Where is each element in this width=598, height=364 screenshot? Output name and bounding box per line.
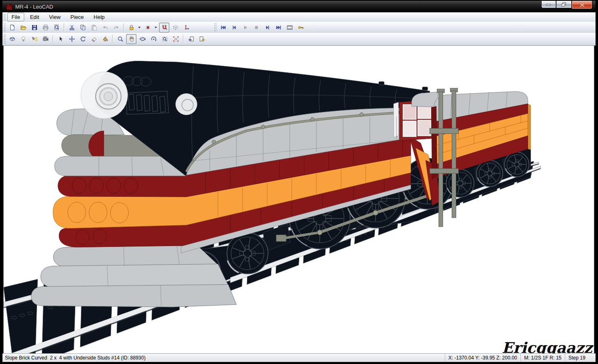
delete-icon bbox=[91, 36, 97, 42]
rotate-view-button[interactable] bbox=[137, 34, 148, 44]
camera-icon bbox=[42, 36, 49, 42]
next-step-button[interactable] bbox=[262, 23, 272, 32]
paint-button[interactable] bbox=[100, 34, 110, 44]
minimize-button[interactable] bbox=[541, 1, 556, 8]
first-step-icon bbox=[220, 24, 226, 31]
animation-icon bbox=[286, 24, 293, 31]
print-button[interactable] bbox=[40, 23, 51, 32]
camera-button[interactable] bbox=[40, 34, 51, 44]
page-next-icon bbox=[199, 36, 205, 42]
redo-button bbox=[111, 23, 121, 32]
cut-button[interactable] bbox=[67, 23, 77, 32]
lock-button[interactable] bbox=[126, 23, 136, 32]
status-step: Step 19 bbox=[565, 354, 596, 362]
move-snap-button[interactable] bbox=[181, 23, 192, 32]
last-step-icon bbox=[275, 24, 282, 31]
snap-dropdown[interactable] bbox=[153, 23, 158, 32]
rotate-view-icon bbox=[139, 36, 146, 42]
light-button[interactable] bbox=[18, 34, 28, 44]
paint-icon bbox=[102, 36, 109, 42]
angle-snap-icon bbox=[161, 24, 168, 31]
menu-edit[interactable]: Edit bbox=[26, 13, 43, 21]
tender-rear-edge bbox=[528, 104, 531, 150]
page-next-button[interactable] bbox=[197, 34, 207, 44]
roll-button[interactable] bbox=[148, 34, 159, 44]
open-file-icon bbox=[20, 24, 27, 31]
stop-button bbox=[251, 23, 261, 32]
standard-toolbar-grip[interactable] bbox=[3, 23, 6, 32]
cut-icon bbox=[69, 24, 75, 31]
keyframe-icon bbox=[298, 24, 304, 31]
light-icon bbox=[20, 36, 27, 42]
insert-piece-button[interactable] bbox=[7, 34, 17, 44]
close-icon bbox=[580, 2, 585, 7]
roll-icon bbox=[150, 36, 157, 42]
keyframe-button[interactable] bbox=[296, 23, 306, 32]
watermark: Ericqqaazz bbox=[502, 340, 592, 355]
rotate-button[interactable] bbox=[78, 34, 88, 44]
playback-toolbar bbox=[213, 22, 306, 33]
copy-button[interactable] bbox=[78, 23, 88, 32]
menu-view[interactable]: View bbox=[45, 13, 65, 21]
tools-toolbar-grip[interactable] bbox=[3, 34, 6, 44]
delete-button[interactable] bbox=[89, 34, 99, 44]
tender-front-corner bbox=[432, 106, 437, 180]
zoom-region-button[interactable] bbox=[159, 34, 170, 44]
menu-file[interactable]: File bbox=[7, 13, 24, 21]
close-button[interactable] bbox=[572, 1, 592, 9]
last-step-button[interactable] bbox=[273, 23, 284, 32]
page-previous-button[interactable] bbox=[186, 34, 196, 44]
lego-brick-icon bbox=[6, 3, 12, 10]
menu-piece[interactable]: Piece bbox=[66, 13, 88, 21]
window-controls bbox=[541, 1, 592, 9]
print-preview-button[interactable] bbox=[51, 23, 62, 32]
headlight bbox=[81, 72, 128, 119]
restore-button[interactable] bbox=[556, 1, 572, 8]
spotlight-button[interactable] bbox=[29, 34, 39, 44]
select-button[interactable] bbox=[55, 34, 66, 44]
chevron-down-icon bbox=[138, 27, 141, 28]
zoom-extents-icon bbox=[173, 36, 179, 42]
pan-button[interactable] bbox=[126, 34, 136, 44]
window-title: MR-4 - LeoCAD bbox=[15, 4, 53, 10]
zoom-extents-button[interactable] bbox=[171, 34, 181, 44]
status-piece-info: Slope Brick Curved 2 x 4 with Underside … bbox=[2, 355, 445, 361]
insert-piece-icon bbox=[9, 36, 16, 42]
toolbar-separator bbox=[53, 35, 53, 43]
standard-toolbar bbox=[2, 22, 192, 33]
new-file-icon bbox=[9, 24, 16, 31]
zoom-icon bbox=[117, 36, 124, 42]
snap-icon bbox=[145, 24, 151, 31]
lock-dropdown[interactable] bbox=[137, 23, 141, 32]
print-icon bbox=[42, 24, 49, 31]
open-file-button[interactable] bbox=[18, 23, 28, 32]
menu-help[interactable]: Help bbox=[90, 13, 109, 21]
snap-button[interactable] bbox=[143, 23, 153, 32]
animation-button[interactable] bbox=[284, 23, 295, 32]
move-icon bbox=[69, 36, 75, 42]
playback-toolbar-grip[interactable] bbox=[214, 23, 217, 32]
menubar-grip[interactable] bbox=[3, 13, 6, 21]
save-file-icon bbox=[31, 24, 38, 31]
title-bar: MR-4 - LeoCAD bbox=[2, 1, 596, 12]
leocad-window: { "window": { "title": "MR-4 - LeoCAD", … bbox=[0, 0, 598, 364]
toolbar-row-standard bbox=[2, 22, 596, 33]
status-bar: Slope Brick Curved 2 x 4 with Underside … bbox=[2, 353, 596, 362]
menu-bar: FileEditViewPieceHelp bbox=[2, 12, 596, 22]
model-viewport[interactable]: Ericqqaazz bbox=[3, 45, 594, 354]
previous-step-button[interactable] bbox=[229, 23, 239, 32]
save-file-button[interactable] bbox=[29, 23, 39, 32]
move-button[interactable] bbox=[67, 34, 77, 44]
stop-icon bbox=[253, 24, 260, 31]
model-render bbox=[4, 46, 594, 353]
transform-icon bbox=[172, 24, 179, 31]
redo-icon bbox=[113, 24, 120, 31]
previous-step-icon bbox=[231, 24, 238, 31]
angle-snap-button[interactable] bbox=[159, 23, 169, 32]
transform-button[interactable] bbox=[170, 23, 180, 32]
zoom-button[interactable] bbox=[115, 34, 125, 44]
new-file-button[interactable] bbox=[7, 23, 17, 32]
copy-icon bbox=[80, 24, 86, 31]
secondary-light bbox=[175, 94, 197, 115]
first-step-button[interactable] bbox=[218, 23, 228, 32]
